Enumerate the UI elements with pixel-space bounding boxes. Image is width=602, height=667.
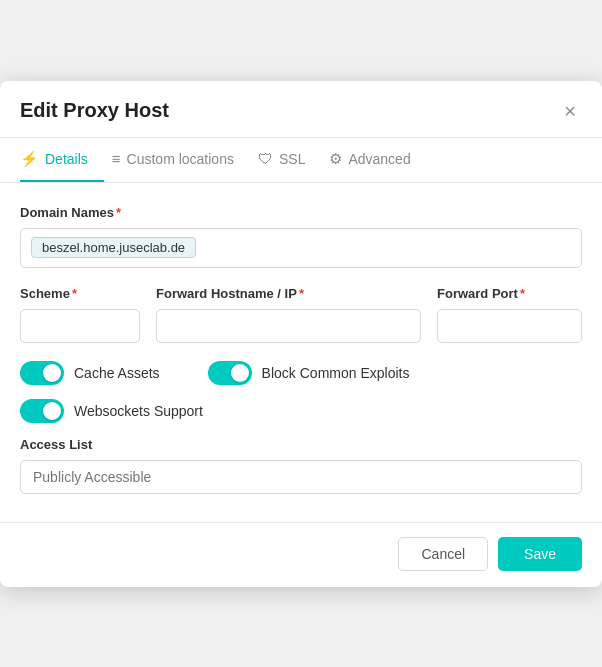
- cache-assets-group: Cache Assets: [20, 361, 160, 385]
- modal-body: Domain Names* beszel.home.juseclab.de Sc…: [0, 183, 602, 512]
- tab-details[interactable]: ⚡ Details: [20, 138, 104, 182]
- details-icon: ⚡: [20, 150, 39, 168]
- cache-exploits-row: Cache Assets Block Common Exploits: [20, 361, 582, 385]
- tab-ssl[interactable]: 🛡 SSL: [258, 138, 321, 182]
- block-exploits-label: Block Common Exploits: [262, 365, 410, 381]
- save-button[interactable]: Save: [498, 537, 582, 571]
- required-marker: *: [116, 205, 121, 220]
- scheme-group: Scheme* http: [20, 286, 140, 343]
- shield-icon: 🛡: [258, 150, 273, 167]
- cache-assets-label: Cache Assets: [74, 365, 160, 381]
- gear-icon: ⚙: [329, 150, 342, 168]
- websockets-toggle[interactable]: [20, 399, 64, 423]
- access-list-input[interactable]: [20, 460, 582, 494]
- scheme-label: Scheme*: [20, 286, 140, 301]
- port-group: Forward Port* 8090: [437, 286, 582, 343]
- scheme-input[interactable]: http: [20, 309, 140, 343]
- hostname-group: Forward Hostname / IP* beszel: [156, 286, 421, 343]
- tab-bar: ⚡ Details ≡ Custom locations 🛡 SSL ⚙ Adv…: [0, 138, 602, 183]
- hostname-input[interactable]: beszel: [156, 309, 421, 343]
- cache-assets-toggle[interactable]: [20, 361, 64, 385]
- websockets-label: Websockets Support: [74, 403, 203, 419]
- access-list-label: Access List: [20, 437, 582, 452]
- websockets-row: Websockets Support: [20, 399, 582, 423]
- block-exploits-toggle[interactable]: [208, 361, 252, 385]
- tab-advanced[interactable]: ⚙ Advanced: [329, 138, 426, 182]
- port-label: Forward Port*: [437, 286, 582, 301]
- port-input[interactable]: 8090: [437, 309, 582, 343]
- modal-title: Edit Proxy Host: [20, 99, 169, 122]
- hostname-label: Forward Hostname / IP*: [156, 286, 421, 301]
- modal-footer: Cancel Save: [0, 522, 602, 587]
- domain-names-input-wrap[interactable]: beszel.home.juseclab.de: [20, 228, 582, 268]
- domain-tag: beszel.home.juseclab.de: [31, 237, 196, 258]
- websockets-group: Websockets Support: [20, 399, 203, 423]
- scheme-hostname-port-row: Scheme* http Forward Hostname / IP* besz…: [20, 286, 582, 343]
- layers-icon: ≡: [112, 150, 121, 167]
- domain-names-label: Domain Names*: [20, 205, 582, 220]
- tab-custom-locations[interactable]: ≡ Custom locations: [112, 138, 250, 182]
- close-button[interactable]: ×: [558, 99, 582, 123]
- edit-proxy-host-modal: Edit Proxy Host × ⚡ Details ≡ Custom loc…: [0, 81, 602, 587]
- modal-header: Edit Proxy Host ×: [0, 81, 602, 138]
- cancel-button[interactable]: Cancel: [398, 537, 488, 571]
- block-exploits-group: Block Common Exploits: [208, 361, 410, 385]
